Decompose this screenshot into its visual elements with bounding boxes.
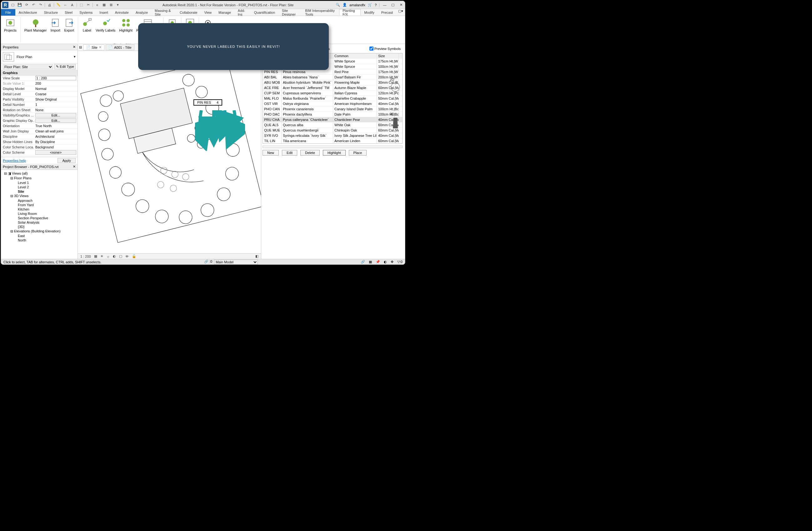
tab-analyze[interactable]: Analyze xyxy=(132,9,151,16)
table-row[interactable]: QUE AL5Quercus albaWhite Oak60mm Cal.|W xyxy=(263,122,402,128)
tree-item[interactable]: Approach xyxy=(2,198,76,203)
tree-item[interactable]: From Yard xyxy=(2,203,76,207)
view-tab-a001[interactable]: 📄A001 - Title xyxy=(106,44,134,50)
place-button[interactable]: Place xyxy=(349,150,367,156)
tree-item[interactable]: Living Room xyxy=(2,211,76,216)
close-hidden-icon[interactable]: ▦ xyxy=(102,2,106,8)
preview-3d[interactable]: 3D xyxy=(390,112,401,132)
tab-systems[interactable]: Systems xyxy=(76,9,96,16)
table-row[interactable]: OST VIROstrya virginianaAmerican Hophorn… xyxy=(263,101,402,106)
preview-symbols-checkbox[interactable]: Preview Symbols xyxy=(369,46,401,50)
edit-type-button[interactable]: ✎ Edit Type xyxy=(54,64,76,69)
tab-bim-tools[interactable]: BIM Interoperability Tools xyxy=(302,9,339,16)
property-row[interactable]: Color Scheme Loca...Background xyxy=(1,145,77,150)
nav-icon[interactable]: ◧ xyxy=(255,254,259,258)
property-row[interactable]: Rotation on SheetNone xyxy=(1,107,77,113)
text-icon[interactable]: A xyxy=(70,2,75,8)
tab-precast[interactable]: Precast xyxy=(378,9,396,16)
tab-annotate[interactable]: Annotate xyxy=(112,9,132,16)
browser-close-icon[interactable]: ✕ xyxy=(73,165,76,169)
section-icon[interactable]: ✂ xyxy=(86,2,91,8)
detail-icon[interactable]: ▦ xyxy=(94,254,97,258)
tree-item[interactable]: Kitchen xyxy=(2,207,76,211)
col-common[interactable]: Common xyxy=(333,54,377,58)
shadow-icon[interactable]: ◐ xyxy=(113,254,116,258)
highlight-button[interactable]: Highlight xyxy=(323,150,346,156)
property-row[interactable]: Scale Value 1:200 xyxy=(1,81,77,86)
measure-icon[interactable]: 📏 xyxy=(56,2,61,8)
select-face-icon[interactable]: ◐ xyxy=(384,260,387,264)
tree-item[interactable]: ⊟ 3D Views xyxy=(2,194,76,198)
tab-structure[interactable]: Structure xyxy=(40,9,61,16)
property-row[interactable]: Visibility/Graphics ...Edit... xyxy=(1,113,77,118)
table-row[interactable]: MAL FLOMalus floribunda `Prairiefire`Pra… xyxy=(263,95,402,101)
table-row[interactable]: CUP SEMCupressus sempervirensItalian Cyp… xyxy=(263,90,402,95)
tab-view[interactable]: View xyxy=(201,9,215,16)
property-row[interactable]: DisciplineArchitectural xyxy=(1,134,77,139)
tab-architecture[interactable]: Architecture xyxy=(15,9,41,16)
user-name[interactable]: amalandfx xyxy=(349,3,365,7)
tree-item[interactable]: ⊟ Floor Plans xyxy=(2,176,76,180)
tree-item[interactable]: Section Perspective xyxy=(2,216,76,220)
filter-icon[interactable]: ▽:0 xyxy=(397,260,403,264)
properties-close-icon[interactable]: ✕ xyxy=(73,45,76,49)
3d-icon[interactable]: ⬚ xyxy=(79,2,84,8)
tree-item[interactable]: Level 2 xyxy=(2,185,76,189)
table-row[interactable]: PHO DACPhoenix dactyliferaDate Palm100cm… xyxy=(263,112,402,117)
property-row[interactable]: Display ModelNormal xyxy=(1,86,77,91)
reveal-icon[interactable]: 🔓 xyxy=(132,254,136,258)
tab-quantification[interactable]: Quantification xyxy=(251,9,278,16)
visual-style-icon[interactable]: ☀ xyxy=(100,254,103,258)
table-row[interactable]: ACE FREAcer freemanii `Jeffersred` TMAut… xyxy=(263,85,402,90)
horizontal-scrollbar[interactable] xyxy=(263,146,403,148)
select-links-icon[interactable]: 🔗 xyxy=(361,260,365,264)
delete-button[interactable]: Delete xyxy=(300,150,320,156)
tree-item[interactable]: {3D} xyxy=(2,225,76,229)
edit-button[interactable]: Edit xyxy=(282,150,297,156)
select-pinned-icon[interactable]: 📌 xyxy=(376,260,380,264)
file-tab[interactable]: File xyxy=(1,9,15,16)
property-row[interactable]: Color Scheme<none> xyxy=(1,150,77,155)
ribbon-collapse-icon[interactable]: ▢▾ xyxy=(396,9,405,16)
cart-icon[interactable]: 🛒 xyxy=(368,3,372,7)
sun-icon[interactable]: ☼ xyxy=(106,254,110,258)
sync-icon[interactable]: ⟳ xyxy=(24,2,29,8)
tree-item[interactable]: Site xyxy=(2,189,76,194)
property-row[interactable]: OrientationTrue North xyxy=(1,123,77,129)
table-row[interactable]: PRU CHAPyrus calleryana `Chanticleer`Cha… xyxy=(263,117,402,122)
minimize-button[interactable]: — xyxy=(382,2,388,8)
switch-icon[interactable]: ⊞ xyxy=(108,2,114,8)
table-row[interactable]: PHO CANPhoenix canariensisCanary Island … xyxy=(263,106,402,112)
print-icon[interactable]: 🖨 xyxy=(47,2,52,8)
property-row[interactable]: Graphic Display Op...Edit... xyxy=(1,118,77,123)
open-icon[interactable]: ▢ xyxy=(10,2,15,8)
property-row[interactable]: Detail LevelCoarse xyxy=(1,91,77,97)
view-tab-site[interactable]: 📄Site✕ xyxy=(83,44,104,50)
model-select[interactable]: Main Model xyxy=(214,260,258,265)
verify-labels-button[interactable]: Verify Labels xyxy=(95,17,117,33)
close-icon[interactable]: ✕ xyxy=(99,45,102,49)
scale-display[interactable]: 1 : 200 xyxy=(80,254,91,258)
dropdown-icon[interactable]: ▾ xyxy=(115,2,120,8)
maximize-button[interactable]: ▢ xyxy=(390,2,396,8)
select-underlay-icon[interactable]: ▦ xyxy=(369,260,372,264)
tab-steel[interactable]: Steel xyxy=(61,9,76,16)
table-row[interactable]: TIL LINTilia americanaAmerican Linden60m… xyxy=(263,138,402,143)
hide-icon[interactable]: 👁 xyxy=(125,254,129,258)
new-button[interactable]: New xyxy=(263,150,279,156)
tree-item[interactable]: Level 1 xyxy=(2,180,76,185)
tree-item[interactable]: ⊟ Elevations (Building Elevation) xyxy=(2,229,76,234)
signin-icon[interactable]: 👤 xyxy=(343,3,347,7)
tree-item[interactable]: ⊟ ◨ Views (all) xyxy=(2,171,76,176)
tree-item[interactable]: North xyxy=(2,238,76,242)
preview-2d[interactable]: 2D xyxy=(390,78,401,93)
redo-icon[interactable]: ↷ xyxy=(38,2,43,8)
tab-insert[interactable]: Insert xyxy=(96,9,112,16)
tree-item[interactable]: East xyxy=(2,234,76,238)
help-icon[interactable]: ? xyxy=(375,3,377,7)
search-icon[interactable]: 🔍 xyxy=(336,3,340,7)
tab-collaborate[interactable]: Collaborate xyxy=(176,9,201,16)
plant-label-tag[interactable]: PIN RES 4 xyxy=(193,99,222,106)
close-button[interactable]: ✕ xyxy=(398,2,404,8)
property-row[interactable]: View Scale xyxy=(1,76,77,81)
